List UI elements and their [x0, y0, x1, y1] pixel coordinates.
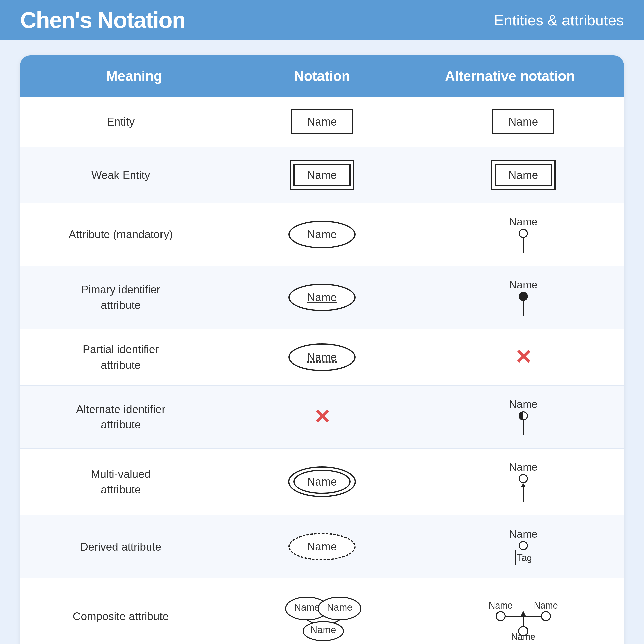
meaning-entity: Entity — [20, 109, 221, 134]
alt-circle-arrow: Name — [509, 461, 537, 502]
weak-entity-outer: Name — [290, 160, 354, 190]
alt-circle-half: Name — [509, 398, 537, 435]
svg-point-12 — [541, 612, 550, 621]
vert-line — [523, 487, 524, 502]
double-ellipse-inner: Name — [293, 470, 350, 494]
alt-derived: Name Tag — [423, 523, 624, 570]
alt-label: Name — [509, 216, 537, 228]
main-table: Meaning Notation Alternative notation En… — [20, 55, 624, 644]
table-row: Partial identifierattribute Name ✕ — [20, 329, 624, 386]
col-meaning: Meaning — [40, 68, 228, 84]
svg-text:Name: Name — [294, 602, 319, 613]
svg-text:Name: Name — [534, 600, 558, 611]
vert-line — [523, 420, 524, 435]
alt-attr-mandatory: Name — [423, 211, 624, 258]
table-row: Alternate identifierattribute ✕ Name — [20, 386, 624, 449]
dashed-underline-name: Name — [307, 351, 337, 363]
svg-text:Name: Name — [310, 625, 336, 635]
notation-composite: Name Name Name — [221, 586, 423, 644]
alt-label: Name — [509, 461, 537, 473]
meaning-composite: Composite attribute — [20, 604, 221, 628]
alt-notation-weak-entity: Name — [423, 155, 624, 195]
red-x-partial: ✕ — [515, 345, 532, 369]
svg-marker-8 — [521, 611, 526, 616]
alt-alt-id: Name — [423, 393, 624, 440]
col-notation: Notation — [228, 68, 416, 84]
entity-box-alt: Name — [492, 109, 554, 134]
alt-circle-filled: Name — [509, 279, 537, 316]
meaning-derived: Derived attribute — [20, 535, 221, 559]
meaning-primary-id: Pimary identifierattribute — [20, 277, 221, 318]
alt-composite: Name Name Name — [423, 586, 624, 644]
circle-open — [519, 229, 528, 238]
table-row: Derived attribute Name Name Tag — [20, 515, 624, 578]
ellipse-primary: Name — [288, 284, 355, 311]
vert-line — [523, 301, 524, 316]
ellipse-partial: Name — [288, 343, 355, 371]
arrow-up — [521, 483, 526, 487]
alt-circle-tag: Name Tag — [509, 528, 537, 565]
circle-filled — [519, 292, 528, 301]
notation-weak-entity: Name — [221, 155, 423, 195]
vert-line — [515, 550, 516, 565]
double-ellipse-outer: Name — [288, 466, 356, 497]
notation-derived: Name — [221, 528, 423, 566]
alt-label: Name — [509, 279, 537, 291]
ellipse-mandatory: Name — [288, 221, 355, 248]
circle-open-multival — [519, 474, 528, 483]
meaning-multival: Multi-valuedattribute — [20, 461, 221, 502]
circle-open-derived — [519, 541, 528, 550]
page-header: Chen's Notation Entities & attributes — [0, 0, 644, 40]
alt-label: Name — [509, 528, 537, 540]
svg-text:Name: Name — [489, 600, 513, 611]
weak-entity-inner: Name — [293, 164, 350, 186]
alt-circle-open: Name — [509, 216, 537, 253]
alt-notation-entity: Name — [423, 104, 624, 139]
table-row: Multi-valuedattribute Name Name — [20, 449, 624, 515]
notation-multival: Name — [221, 461, 423, 502]
page-title: Chen's Notation — [20, 7, 185, 33]
table-row: Attribute (mandatory) Name Name — [20, 203, 624, 266]
table-row: Weak Entity Name Name — [20, 147, 624, 203]
notation-primary-id: Name — [221, 278, 423, 316]
meaning-partial-id: Partial identifierattribute — [20, 337, 221, 378]
entity-box: Name — [291, 109, 353, 134]
col-alt-notation: Alternative notation — [416, 68, 604, 84]
table-row: Pimary identifierattribute Name Name — [20, 266, 624, 329]
underlined-name: Name — [307, 291, 337, 303]
alt-partial-id: ✕ — [423, 340, 624, 374]
weak-entity-alt-outer: Name — [491, 160, 555, 190]
alt-primary-id: Name — [423, 274, 624, 321]
alt-multival: Name — [423, 456, 624, 507]
notation-alt-id: ✕ — [221, 400, 423, 434]
notation-entity: Name — [221, 104, 423, 139]
alt-label: Name — [509, 398, 537, 410]
meaning-alt-id: Alternate identifierattribute — [20, 396, 221, 437]
svg-text:Name: Name — [327, 602, 352, 613]
red-x-alt-id: ✕ — [314, 405, 331, 429]
table-row: Entity Name Name — [20, 97, 624, 147]
meaning-weak-entity: Weak Entity — [20, 163, 221, 187]
table-row: Composite attribute Name Name Name — [20, 578, 624, 644]
composite-svg: Name Name Name — [279, 591, 365, 641]
weak-entity-alt-inner: Name — [495, 164, 552, 186]
circle-half — [519, 411, 528, 420]
page-subtitle: Entities & attributes — [494, 12, 624, 29]
table-header: Meaning Notation Alternative notation — [20, 55, 624, 97]
notation-attr-mandatory: Name — [221, 216, 423, 253]
notation-partial-id: Name — [221, 338, 423, 376]
svg-point-10 — [496, 612, 505, 621]
vert-line — [523, 238, 524, 253]
svg-text:Name: Name — [511, 632, 535, 641]
meaning-attr-mandatory: Attribute (mandatory) — [20, 222, 221, 247]
composite-tree-svg: Name Name Name — [480, 591, 566, 641]
ellipse-dashed: Name — [288, 533, 355, 560]
tag-label: Tag — [517, 553, 532, 563]
